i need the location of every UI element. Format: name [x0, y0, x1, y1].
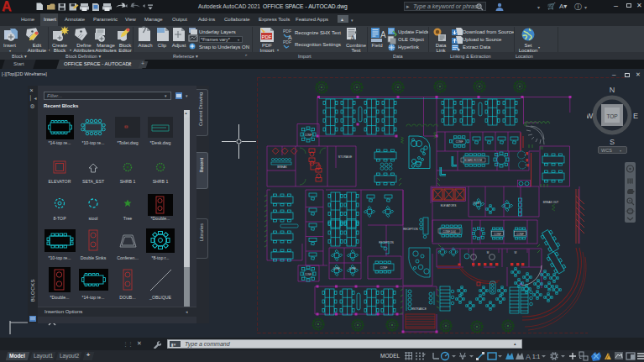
svg-text:stool: stool — [88, 216, 97, 221]
svg-text:_OBLIQUE: _OBLIQUE — [149, 295, 171, 300]
svg-text:*Desk.dwg: *Desk.dwg — [149, 140, 170, 145]
svg-text:*14-top re...: *14-top re... — [48, 140, 71, 145]
svg-text:8-TOP: 8-TOP — [53, 216, 66, 221]
svg-text:PDF: PDF — [283, 39, 291, 45]
svg-text:A: A — [526, 353, 531, 361]
svg-text:STORAGE: STORAGE — [338, 155, 353, 159]
svg-text:SETA_EST: SETA_EST — [81, 179, 104, 184]
svg-text:ELEVATORS: ELEVATORS — [441, 204, 457, 207]
svg-text:*14-top re...: *14-top re... — [81, 295, 104, 300]
svg-text:*10-top re...: *10-top re... — [48, 255, 71, 260]
svg-text:E: E — [633, 112, 638, 120]
svg-text:PDF: PDF — [283, 29, 291, 34]
svg-text:*8-top r...: *8-top r... — [151, 255, 169, 260]
svg-text:*Double...: *Double... — [50, 295, 69, 300]
svg-text:A: A — [380, 30, 386, 39]
svg-text:Double Sinks: Double Sinks — [80, 255, 106, 260]
svg-text:CONF: CONF — [349, 267, 356, 270]
svg-text:*Double...: *Double... — [150, 216, 170, 221]
svg-text:CONF: CONF — [305, 273, 312, 276]
svg-text:A: A — [349, 34, 356, 43]
svg-text:SHRB 1: SHRB 1 — [119, 179, 135, 184]
svg-text:BOARD ROOM: BOARD ROOM — [464, 159, 482, 162]
svg-text:BREAK: BREAK — [277, 165, 287, 169]
svg-text:*Toilet.dwg: *Toilet.dwg — [117, 140, 138, 145]
svg-text:CONF [LG]: CONF [LG] — [442, 230, 455, 233]
svg-text:N: N — [610, 86, 615, 94]
svg-text:W: W — [515, 251, 517, 254]
svg-text:CONF: CONF — [516, 233, 524, 236]
svg-text:BREAK OUT: BREAK OUT — [543, 201, 558, 204]
svg-text:DOUB...: DOUB... — [119, 295, 135, 300]
svg-text:CONF: CONF — [456, 140, 463, 144]
svg-text:M: M — [487, 251, 490, 254]
svg-text:Tree: Tree — [123, 216, 132, 221]
svg-text:S: S — [610, 138, 615, 145]
svg-text:CONF: CONF — [494, 233, 501, 236]
svg-text:CONF: CONF — [305, 134, 312, 137]
svg-text:RECEPTION: RECEPTION — [403, 228, 418, 231]
svg-text:ENTRANCE: ENTRANCE — [411, 307, 427, 311]
svg-text:Conferen...: Conferen... — [117, 255, 139, 260]
svg-text:TOP: TOP — [606, 113, 617, 119]
svg-text:SHRB 1: SHRB 1 — [152, 179, 168, 184]
svg-text:1:1: 1:1 — [532, 354, 540, 359]
svg-text:PDF: PDF — [262, 34, 272, 39]
svg-text:CONF: CONF — [333, 267, 340, 270]
svg-text:W: W — [587, 112, 594, 120]
svg-text:*10-top re...: *10-top re... — [81, 140, 104, 145]
svg-text:CONF: CONF — [380, 266, 388, 270]
svg-text:ELEVATOR: ELEVATOR — [48, 179, 71, 184]
